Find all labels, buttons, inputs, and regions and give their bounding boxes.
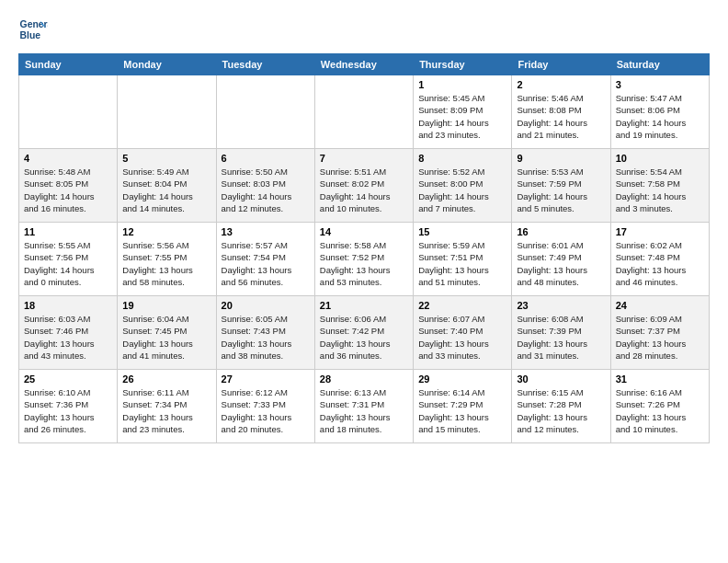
calendar-cell: 13Sunrise: 5:57 AM Sunset: 7:54 PM Dayli… [216,223,314,296]
day-number: 2 [517,79,605,90]
calendar-cell [216,75,314,149]
day-info: Sunrise: 6:07 AM Sunset: 7:40 PM Dayligh… [418,313,506,362]
day-info: Sunrise: 5:47 AM Sunset: 8:06 PM Dayligh… [616,92,704,141]
day-number: 17 [616,226,704,237]
header-day-friday: Friday [512,54,610,75]
day-info: Sunrise: 6:14 AM Sunset: 7:29 PM Dayligh… [418,386,506,435]
logo-icon: General Blue [18,15,48,44]
day-info: Sunrise: 5:59 AM Sunset: 7:51 PM Dayligh… [418,239,506,288]
calendar-cell: 11Sunrise: 5:55 AM Sunset: 7:56 PM Dayli… [19,223,118,296]
day-number: 7 [320,153,408,164]
day-info: Sunrise: 5:50 AM Sunset: 8:03 PM Dayligh… [222,166,310,214]
calendar-cell: 26Sunrise: 6:11 AM Sunset: 7:34 PM Dayli… [118,370,216,443]
calendar-cell: 14Sunrise: 5:58 AM Sunset: 7:52 PM Dayli… [314,223,413,296]
day-number: 3 [616,79,704,90]
calendar-cell: 2Sunrise: 5:46 AM Sunset: 8:08 PM Daylig… [512,75,610,149]
calendar-week-3: 11Sunrise: 5:55 AM Sunset: 7:56 PM Dayli… [19,223,710,296]
calendar-cell: 18Sunrise: 6:03 AM Sunset: 7:46 PM Dayli… [19,296,118,370]
day-info: Sunrise: 6:01 AM Sunset: 7:49 PM Dayligh… [517,239,605,288]
calendar-cell: 8Sunrise: 5:52 AM Sunset: 8:00 PM Daylig… [414,149,512,223]
day-number: 16 [517,226,605,237]
day-number: 12 [122,226,210,237]
day-number: 28 [320,373,408,385]
day-info: Sunrise: 6:04 AM Sunset: 7:45 PM Dayligh… [122,313,210,362]
day-info: Sunrise: 5:54 AM Sunset: 7:58 PM Dayligh… [616,166,704,214]
svg-text:Blue: Blue [20,30,41,40]
calendar-cell: 5Sunrise: 5:49 AM Sunset: 8:04 PM Daylig… [118,149,216,223]
day-info: Sunrise: 6:06 AM Sunset: 7:42 PM Dayligh… [320,313,408,362]
day-info: Sunrise: 5:56 AM Sunset: 7:55 PM Dayligh… [122,239,210,288]
day-info: Sunrise: 6:15 AM Sunset: 7:28 PM Dayligh… [517,386,605,435]
day-number: 8 [418,153,506,164]
calendar-header-row: SundayMondayTuesdayWednesdayThursdayFrid… [19,54,710,75]
day-info: Sunrise: 5:48 AM Sunset: 8:05 PM Dayligh… [24,166,112,214]
day-number: 31 [616,373,704,385]
calendar-cell: 29Sunrise: 6:14 AM Sunset: 7:29 PM Dayli… [414,370,512,443]
calendar-cell: 23Sunrise: 6:08 AM Sunset: 7:39 PM Dayli… [512,296,610,370]
calendar-cell: 19Sunrise: 6:04 AM Sunset: 7:45 PM Dayli… [118,296,216,370]
calendar-cell [314,75,413,149]
day-number: 23 [517,300,605,311]
day-number: 10 [616,153,704,164]
header-day-sunday: Sunday [19,54,118,75]
header-day-wednesday: Wednesday [314,54,413,75]
day-number: 18 [24,300,112,311]
day-number: 21 [320,300,408,311]
day-info: Sunrise: 6:11 AM Sunset: 7:34 PM Dayligh… [122,386,210,435]
day-number: 1 [418,79,506,90]
day-number: 6 [222,153,310,164]
calendar-table: SundayMondayTuesdayWednesdayThursdayFrid… [18,53,710,443]
day-number: 5 [122,153,210,164]
day-number: 29 [418,373,506,385]
calendar-week-1: 1Sunrise: 5:45 AM Sunset: 8:09 PM Daylig… [19,75,710,149]
day-info: Sunrise: 6:09 AM Sunset: 7:37 PM Dayligh… [616,313,704,362]
day-number: 22 [418,300,506,311]
calendar-cell: 31Sunrise: 6:16 AM Sunset: 7:26 PM Dayli… [610,370,709,443]
calendar-cell: 17Sunrise: 6:02 AM Sunset: 7:48 PM Dayli… [610,223,709,296]
day-number: 9 [517,153,605,164]
calendar-week-2: 4Sunrise: 5:48 AM Sunset: 8:05 PM Daylig… [19,149,710,223]
calendar-cell [118,75,216,149]
day-number: 24 [616,300,704,311]
calendar-cell: 10Sunrise: 5:54 AM Sunset: 7:58 PM Dayli… [610,149,709,223]
calendar-cell: 21Sunrise: 6:06 AM Sunset: 7:42 PM Dayli… [314,296,413,370]
page-header: General Blue [18,15,710,44]
calendar-cell: 20Sunrise: 6:05 AM Sunset: 7:43 PM Dayli… [216,296,314,370]
day-number: 26 [122,373,210,385]
logo: General Blue [18,15,51,44]
calendar-cell: 24Sunrise: 6:09 AM Sunset: 7:37 PM Dayli… [610,296,709,370]
day-number: 13 [222,226,310,237]
day-info: Sunrise: 5:58 AM Sunset: 7:52 PM Dayligh… [320,239,408,288]
day-info: Sunrise: 5:53 AM Sunset: 7:59 PM Dayligh… [517,166,605,214]
day-info: Sunrise: 6:03 AM Sunset: 7:46 PM Dayligh… [24,313,112,362]
day-info: Sunrise: 5:51 AM Sunset: 8:02 PM Dayligh… [320,166,408,214]
calendar-cell [19,75,118,149]
day-number: 11 [24,226,112,237]
day-info: Sunrise: 5:46 AM Sunset: 8:08 PM Dayligh… [517,92,605,141]
calendar-cell: 12Sunrise: 5:56 AM Sunset: 7:55 PM Dayli… [118,223,216,296]
day-number: 4 [24,153,112,164]
day-number: 27 [222,373,310,385]
calendar-cell: 1Sunrise: 5:45 AM Sunset: 8:09 PM Daylig… [414,75,512,149]
day-info: Sunrise: 5:49 AM Sunset: 8:04 PM Dayligh… [122,166,210,214]
calendar-cell: 25Sunrise: 6:10 AM Sunset: 7:36 PM Dayli… [19,370,118,443]
calendar-cell: 27Sunrise: 6:12 AM Sunset: 7:33 PM Dayli… [216,370,314,443]
day-info: Sunrise: 6:08 AM Sunset: 7:39 PM Dayligh… [517,313,605,362]
day-number: 15 [418,226,506,237]
day-number: 14 [320,226,408,237]
calendar-cell: 7Sunrise: 5:51 AM Sunset: 8:02 PM Daylig… [314,149,413,223]
calendar-cell: 22Sunrise: 6:07 AM Sunset: 7:40 PM Dayli… [414,296,512,370]
calendar-cell: 6Sunrise: 5:50 AM Sunset: 8:03 PM Daylig… [216,149,314,223]
day-number: 20 [222,300,310,311]
header-day-saturday: Saturday [610,54,709,75]
day-info: Sunrise: 5:55 AM Sunset: 7:56 PM Dayligh… [24,239,112,288]
calendar-cell: 15Sunrise: 5:59 AM Sunset: 7:51 PM Dayli… [414,223,512,296]
header-day-monday: Monday [118,54,216,75]
calendar-cell: 28Sunrise: 6:13 AM Sunset: 7:31 PM Dayli… [314,370,413,443]
day-info: Sunrise: 6:02 AM Sunset: 7:48 PM Dayligh… [616,239,704,288]
day-number: 30 [517,373,605,385]
calendar-cell: 30Sunrise: 6:15 AM Sunset: 7:28 PM Dayli… [512,370,610,443]
header-day-tuesday: Tuesday [216,54,314,75]
day-info: Sunrise: 6:12 AM Sunset: 7:33 PM Dayligh… [222,386,310,435]
calendar-week-4: 18Sunrise: 6:03 AM Sunset: 7:46 PM Dayli… [19,296,710,370]
